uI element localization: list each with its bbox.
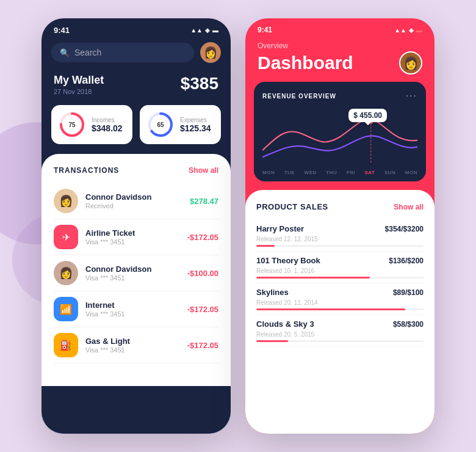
signal-icon-right: ▲▲: [394, 27, 406, 34]
income-label: Incomes: [92, 117, 125, 123]
tx-sub-3: Visa *** 3451: [85, 274, 180, 282]
tx-info-5: Gas & Light Visa *** 3451: [85, 337, 180, 354]
progress-fill-1: [256, 245, 275, 247]
revenue-chart-card: REVENUE OVERVIEW ··· $ 455.00 M: [254, 82, 426, 181]
expense-donut-num: 65: [157, 122, 164, 128]
xaxis-sun: SUN: [384, 170, 395, 175]
expense-info: Expenses $125.34: [180, 117, 214, 133]
income-donut-num: 75: [68, 122, 75, 128]
wallet-phone: 9:41 ▲▲ ◈ ▬ 🔍 Search 👩 My Wallet 27 Nov …: [41, 18, 231, 434]
tx-icon-1: 👩: [54, 189, 78, 213]
tx-item-4[interactable]: 📶 Internet Visa *** 3451 -$172.05: [54, 291, 218, 327]
product-date-4: Released 20. 5. 2015: [256, 331, 424, 338]
progress-bg-1: [256, 245, 424, 247]
tx-amount-4: -$172.05: [187, 305, 218, 314]
product-item-1[interactable]: Harry Poster $354/$3200 Released 12. 12.…: [256, 220, 424, 252]
product-sales-panel: PRODUCT SALES Show all Harry Poster $354…: [245, 190, 435, 434]
progress-bg-3: [256, 308, 424, 310]
user-avatar-right[interactable]: 👩: [399, 51, 422, 75]
tx-sub-1: Received: [85, 202, 182, 210]
tx-item-3[interactable]: 👩 Connor Davidson Visa *** 3451 -$100.00: [54, 255, 218, 291]
product-top-2: 101 Theory Book $136/$200: [256, 256, 424, 265]
tx-icon-3: 👩: [54, 261, 78, 285]
time-left: 9:41: [54, 26, 70, 35]
dashboard-title-row: Dashboard 👩: [245, 51, 435, 82]
tx-sub-4: Visa *** 3451: [85, 310, 180, 318]
expense-card: 65 Expenses $125.34: [140, 105, 221, 144]
income-info: Incomes $348.02: [92, 117, 125, 133]
tx-icon-5: ⛽: [54, 333, 78, 357]
income-donut: 75: [59, 111, 85, 138]
product-top-1: Harry Poster $354/$3200: [256, 224, 424, 233]
product-top-3: Skylines $89/$100: [256, 288, 424, 297]
tx-item-1[interactable]: 👩 Connor Davidson Received $278.47: [54, 183, 218, 219]
search-placeholder: Search: [74, 48, 101, 57]
expense-label: Expenses: [180, 117, 214, 123]
tx-info-1: Connor Davidson Received: [85, 192, 182, 210]
product-name-2: 101 Theory Book: [256, 256, 320, 265]
wallet-label: My Wallet: [54, 74, 104, 87]
transactions-show-all[interactable]: Show all: [189, 166, 218, 175]
chart-area: $ 455.00: [262, 106, 417, 167]
expense-amount: $125.34: [180, 123, 214, 133]
user-avatar-left[interactable]: 👩: [200, 42, 221, 63]
tx-name-1: Connor Davidson: [85, 192, 182, 202]
progress-fill-4: [256, 340, 288, 342]
tx-info-2: Airline Ticket Visa *** 3451: [85, 228, 180, 246]
search-icon: 🔍: [60, 48, 70, 57]
dashboard-title: Dashboard: [258, 53, 353, 73]
tx-item-5[interactable]: ⛽ Gas & Light Visa *** 3451 -$172.05: [54, 327, 218, 363]
wifi-icon-left: ◈: [205, 27, 210, 34]
tx-icon-4: 📶: [54, 297, 78, 321]
xaxis-fri: FRI: [347, 170, 355, 175]
product-date-3: Released 20. 11. 2014: [256, 299, 424, 306]
xaxis-mon1: MON: [262, 170, 275, 175]
transactions-panel: TRANSACTIONS Show all 👩 Connor Davidson …: [41, 154, 231, 386]
sales-show-all[interactable]: Show all: [394, 203, 424, 211]
product-value-4: $58/$300: [393, 320, 424, 329]
search-bar-wrap: 🔍 Search 👩: [41, 38, 231, 71]
product-name-4: Clouds & Sky 3: [256, 319, 314, 329]
sales-title: PRODUCT SALES: [256, 202, 328, 211]
transactions-title: TRANSACTIONS: [54, 166, 119, 175]
transactions-header: TRANSACTIONS Show all: [54, 166, 218, 175]
battery-icon-right: ▬: [416, 27, 422, 34]
status-bar-right: 9:41 ▲▲ ◈ ▬: [245, 18, 435, 38]
signal-icon-left: ▲▲: [190, 27, 203, 34]
sales-header: PRODUCT SALES Show all: [256, 202, 424, 211]
xaxis-wed: WED: [305, 170, 317, 175]
tx-sub-5: Visa *** 3451: [85, 346, 180, 354]
product-item-4[interactable]: Clouds & Sky 3 $58/$300 Released 20. 5. …: [256, 315, 424, 347]
progress-fill-2: [256, 277, 370, 279]
progress-fill-3: [256, 308, 405, 310]
tx-sub-2: Visa *** 3451: [85, 238, 180, 246]
income-card: 75 Incomes $348.02: [51, 105, 132, 144]
product-item-3[interactable]: Skylines $89/$100 Released 20. 11. 2014: [256, 283, 424, 315]
xaxis-tue: TUE: [284, 170, 295, 175]
tx-amount-3: -$100.00: [187, 269, 218, 278]
battery-icon-left: ▬: [212, 27, 218, 34]
tx-item-2[interactable]: ✈ Airline Ticket Visa *** 3451 -$172.05: [54, 219, 218, 255]
wallet-amount: $385: [181, 74, 218, 93]
wallet-label-group: My Wallet 27 Nov 2018: [54, 74, 104, 95]
stat-cards-row: 75 Incomes $348.02 65 Expenses: [41, 105, 231, 154]
dashboard-phone: 9:41 ▲▲ ◈ ▬ Overview Dashboard 👩 REVENUE…: [245, 18, 435, 434]
product-value-3: $89/$100: [393, 288, 424, 297]
product-item-2[interactable]: 101 Theory Book $136/$200 Released 10. 1…: [256, 252, 424, 283]
xaxis-thu: THU: [326, 170, 337, 175]
wifi-icon-right: ◈: [409, 27, 414, 34]
product-date-1: Released 12. 12. 2015: [256, 236, 424, 242]
progress-bg-4: [256, 340, 424, 342]
chart-xaxis: MON TUE WED THU FRI SAT SUN MON: [262, 167, 417, 177]
product-value-2: $136/$200: [389, 257, 424, 265]
overview-label: Overview: [245, 38, 435, 51]
time-right: 9:41: [258, 26, 272, 34]
tx-info-4: Internet Visa *** 3451: [85, 301, 180, 318]
product-value-1: $354/$3200: [385, 225, 424, 233]
search-bar[interactable]: 🔍 Search: [51, 43, 194, 62]
wallet-section: My Wallet 27 Nov 2018 $385: [41, 71, 231, 105]
xaxis-sat: SAT: [365, 170, 375, 175]
status-icons-right: ▲▲ ◈ ▬: [394, 27, 422, 34]
chart-menu-icon[interactable]: ···: [406, 90, 417, 101]
income-amount: $348.02: [92, 123, 125, 133]
